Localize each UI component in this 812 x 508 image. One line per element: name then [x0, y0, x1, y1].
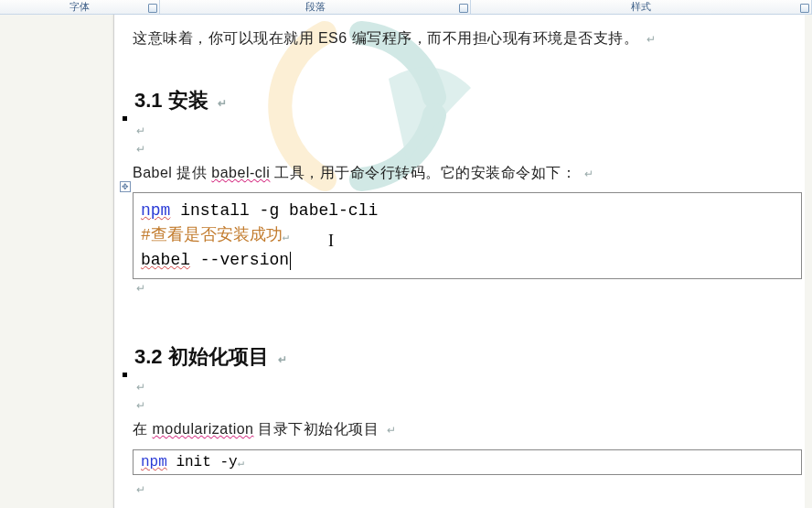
paragraph-init[interactable]: 在 modularization 目录下初始化项目 [133, 416, 788, 441]
empty-paragraph[interactable] [133, 378, 788, 396]
text-cursor-icon: I [328, 229, 334, 254]
code-block-1-anchor: ✥ npm install -g babel-cli #查看是否安装成功↵ I … [133, 192, 788, 279]
empty-paragraph[interactable] [133, 122, 788, 140]
code-block-2[interactable]: npm init -y↵ [133, 449, 802, 476]
term-babel-cli: babel-cli [211, 165, 270, 180]
dialog-launcher-icon[interactable] [459, 4, 468, 13]
dialog-launcher-icon[interactable] [148, 4, 157, 13]
empty-paragraph[interactable] [133, 140, 788, 158]
ribbon-group-styles[interactable]: 样式 [471, 0, 812, 14]
table-move-handle-icon[interactable]: ✥ [120, 181, 131, 192]
empty-paragraph[interactable] [133, 481, 788, 499]
code-keyword: npm [141, 201, 170, 220]
paragraph-intro[interactable]: 这意味着，你可以现在就用 ES6 编写程序，而不用担心现有环境是否支持。 [133, 26, 788, 50]
dialog-launcher-icon[interactable] [800, 4, 809, 13]
ribbon-group-labels: 字体 段落 样式 [0, 0, 812, 15]
code-line: npm init -y↵ [141, 453, 794, 472]
ribbon-group-font[interactable]: 字体 [0, 0, 160, 14]
ribbon-font-label: 字体 [69, 0, 90, 14]
code-block-1[interactable]: npm install -g babel-cli #查看是否安装成功↵ I ba… [133, 192, 802, 279]
heading-3-1[interactable]: 3.1 安装 [134, 87, 788, 114]
empty-paragraph[interactable] [133, 396, 788, 415]
code-line: babel --version [141, 248, 794, 273]
empty-paragraph[interactable] [133, 279, 788, 297]
ribbon-styles-label: 样式 [631, 0, 651, 14]
paragraph-babel-cli[interactable]: Babel 提供 babel-cli 工具，用于命令行转码。它的安装命令如下： [133, 160, 788, 185]
code-line: npm install -g babel-cli [141, 199, 794, 223]
heading-3-2[interactable]: 3.2 初始化项目 [134, 343, 788, 371]
code-keyword: npm [141, 454, 167, 470]
code-line-comment: #查看是否安装成功↵ I [141, 223, 794, 248]
ribbon-group-paragraph[interactable]: 段落 [160, 0, 471, 14]
text-cursor [290, 252, 291, 270]
ribbon-paragraph-label: 段落 [305, 0, 326, 14]
term-modularization: modularization [152, 421, 253, 437]
document-page[interactable]: 这意味着，你可以现在就用 ES6 编写程序，而不用担心现有环境是否支持。 3.1… [113, 15, 805, 508]
